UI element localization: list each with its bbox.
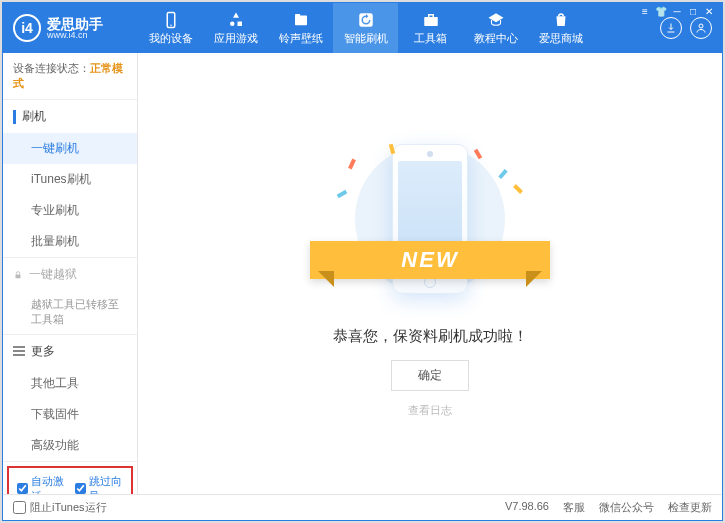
sidebar: 设备连接状态：正常模式 刷机 一键刷机 iTunes刷机 专业刷机 批量刷机 一… [3,53,138,494]
section-more-header[interactable]: 更多 [3,335,137,368]
svg-rect-5 [295,14,300,16]
top-right [660,17,712,39]
success-illustration: NEW [330,129,530,309]
new-ribbon: NEW [310,241,550,279]
version-label: V7.98.66 [505,500,549,515]
logo-icon: i4 [13,14,41,42]
maximize-icon[interactable]: □ [686,5,700,17]
top-nav: 我的设备 应用游戏 铃声壁纸 智能刷机 工具箱 教程中心 爱思商城 [138,3,660,53]
svg-point-2 [230,21,235,26]
svg-point-9 [699,24,703,28]
grad-cap-icon [487,11,505,29]
sidebar-item-advanced[interactable]: 高级功能 [3,430,137,461]
user-icon[interactable] [690,17,712,39]
section-jailbreak-header[interactable]: 一键越狱 [3,258,137,291]
section-more: 更多 其他工具 下载固件 高级功能 [3,335,137,462]
sidebar-item-itunes[interactable]: iTunes刷机 [3,164,137,195]
download-icon[interactable] [660,17,682,39]
nav-tutorials[interactable]: 教程中心 [463,3,528,53]
toolbox-icon [422,11,440,29]
nav-apps[interactable]: 应用游戏 [203,3,268,53]
main-content: NEW 恭喜您，保资料刷机成功啦！ 确定 查看日志 [138,53,722,494]
wechat-link[interactable]: 微信公众号 [599,500,654,515]
highlighted-options: 自动激活 跳过向导 [7,466,133,494]
bag-icon [552,11,570,29]
app-url: www.i4.cn [47,31,103,40]
service-link[interactable]: 客服 [563,500,585,515]
menu-icon[interactable]: ≡ [638,5,652,17]
section-jailbreak: 一键越狱 越狱工具已转移至工具箱 [3,258,137,335]
checkbox-block-itunes[interactable]: 阻止iTunes运行 [13,500,107,515]
hamburger-icon [13,346,25,356]
topbar: i4 爱思助手 www.i4.cn 我的设备 应用游戏 铃声壁纸 智能刷机 工具… [3,3,722,53]
nav-toolbox[interactable]: 工具箱 [398,3,463,53]
svg-rect-3 [237,21,242,26]
app-title: 爱思助手 [47,17,103,31]
success-message: 恭喜您，保资料刷机成功啦！ [333,327,528,346]
ok-button[interactable]: 确定 [391,360,469,391]
jailbreak-note: 越狱工具已转移至工具箱 [3,291,137,334]
update-link[interactable]: 检查更新 [668,500,712,515]
sidebar-item-pro[interactable]: 专业刷机 [3,195,137,226]
nav-smart-flash[interactable]: 智能刷机 [333,3,398,53]
minimize-icon[interactable]: ─ [670,5,684,17]
view-log-link[interactable]: 查看日志 [408,403,452,418]
svg-rect-8 [428,14,433,17]
svg-rect-10 [16,274,21,278]
sidebar-item-download-fw[interactable]: 下载固件 [3,399,137,430]
section-flash-header[interactable]: 刷机 [3,100,137,133]
refresh-icon [357,11,375,29]
sidebar-item-oneclick[interactable]: 一键刷机 [3,133,137,164]
svg-point-1 [170,24,172,26]
section-flash: 刷机 一键刷机 iTunes刷机 专业刷机 批量刷机 [3,100,137,258]
statusbar: 阻止iTunes运行 V7.98.66 客服 微信公众号 检查更新 [3,494,722,520]
svg-rect-4 [295,15,307,25]
sidebar-item-batch[interactable]: 批量刷机 [3,226,137,257]
folder-icon [292,11,310,29]
close-icon[interactable]: ✕ [702,5,716,17]
app-window: ≡ 👕 ─ □ ✕ i4 爱思助手 www.i4.cn 我的设备 应用游戏 铃声… [2,2,723,521]
apps-icon [227,11,245,29]
sidebar-item-other-tools[interactable]: 其他工具 [3,368,137,399]
logo: i4 爱思助手 www.i4.cn [13,14,138,42]
connection-status: 设备连接状态：正常模式 [3,53,137,100]
body: 设备连接状态：正常模式 刷机 一键刷机 iTunes刷机 专业刷机 批量刷机 一… [3,53,722,494]
skin-icon[interactable]: 👕 [654,5,668,17]
nav-my-device[interactable]: 我的设备 [138,3,203,53]
lock-icon [13,270,23,280]
nav-store[interactable]: 爱思商城 [528,3,593,53]
window-controls: ≡ 👕 ─ □ ✕ [632,3,722,19]
nav-ringtones[interactable]: 铃声壁纸 [268,3,333,53]
checkbox-auto-activate[interactable]: 自动激活 [17,474,65,494]
checkbox-skip-guide[interactable]: 跳过向导 [75,474,123,494]
phone-icon [162,11,180,29]
